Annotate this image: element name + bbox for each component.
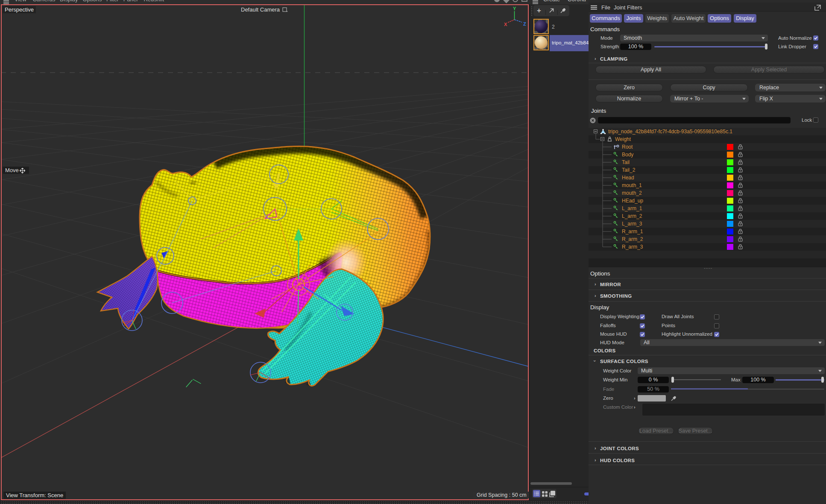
svg-text:Z: Z bbox=[523, 21, 526, 26]
svg-text:Y: Y bbox=[513, 6, 516, 11]
svg-text:X: X bbox=[504, 22, 507, 27]
